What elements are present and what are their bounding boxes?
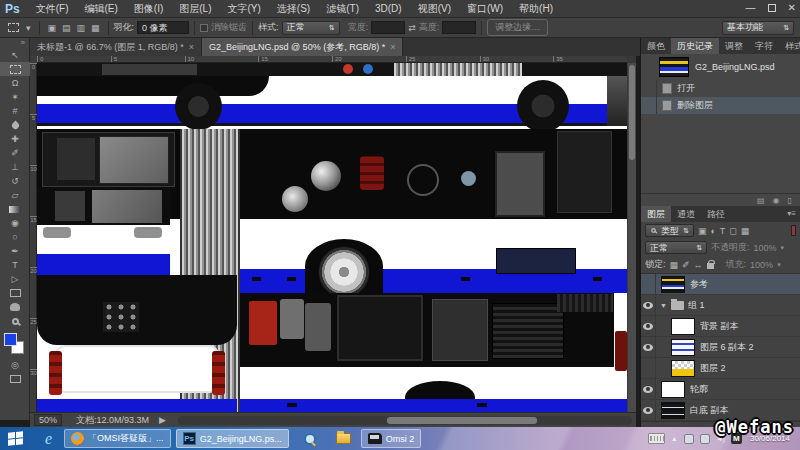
brush-tool[interactable]: ✐	[0, 146, 30, 160]
lock-all-icon[interactable]	[707, 263, 714, 269]
height-input[interactable]	[442, 21, 476, 34]
workspace-dropdown[interactable]: 基本功能 ⇅	[722, 21, 794, 35]
zoom-level-field[interactable]: 50%	[34, 414, 62, 426]
clone-stamp-tool[interactable]: ⊥	[0, 160, 30, 174]
pen-tool[interactable]: ✒	[0, 244, 30, 258]
type-tool[interactable]: T	[0, 258, 30, 272]
quick-mask-button[interactable]: ◎	[0, 358, 30, 372]
opacity-value[interactable]: 100%	[754, 243, 777, 253]
layer-thumbnail[interactable]	[661, 276, 685, 293]
internet-explorer-icon[interactable]: e	[45, 430, 52, 448]
visibility-toggle[interactable]	[641, 295, 656, 315]
visibility-toggle[interactable]	[641, 274, 656, 294]
layer-thumbnail[interactable]	[671, 360, 695, 377]
keyboard-tray-icon[interactable]	[648, 433, 665, 444]
layer-row-layer6-copy2[interactable]: 图层 6 副本 2	[641, 337, 800, 358]
start-button[interactable]	[8, 431, 24, 447]
tray-expand-icon[interactable]: ▲	[671, 435, 678, 442]
history-source-checkbox[interactable]	[641, 80, 657, 97]
tab-history[interactable]: 历史记录	[671, 38, 719, 54]
path-select-tool[interactable]: ▷	[0, 272, 30, 286]
tab-beijinglng[interactable]: G2_BeijingLNG.psd @ 50% (参考, RGB/8) * ×	[202, 38, 403, 56]
menu-select[interactable]: 选择(S)	[269, 0, 318, 18]
intersect-selection-icon[interactable]: ▦	[91, 23, 100, 33]
close-tab-icon[interactable]: ×	[189, 42, 194, 52]
layer-row-layer2[interactable]: 图层 2	[641, 358, 800, 379]
gradient-tool[interactable]	[0, 202, 30, 216]
menu-file[interactable]: 文件(F)	[28, 0, 77, 18]
menu-type[interactable]: 文字(Y)	[220, 0, 269, 18]
new-snapshot-icon[interactable]: ◉	[773, 196, 780, 205]
new-document-from-state-icon[interactable]: ▤	[757, 196, 765, 205]
blur-tool[interactable]: ◉	[0, 216, 30, 230]
delete-state-icon[interactable]: ▯	[788, 196, 792, 205]
preset-dropdown-icon[interactable]: ▾	[26, 23, 31, 33]
hand-tool[interactable]	[0, 300, 30, 314]
layer-thumbnail[interactable]	[661, 381, 685, 398]
menu-help[interactable]: 帮助(H)	[511, 0, 561, 18]
zoom-tool[interactable]	[0, 314, 30, 328]
blend-mode-dropdown[interactable]: 正常 ⇅	[645, 241, 707, 254]
tab-untitled[interactable]: 未标题-1 @ 66.7% (图层 1, RGB/8) * ×	[30, 38, 202, 56]
eyedropper-tool[interactable]	[0, 118, 30, 132]
tray-icon[interactable]	[684, 434, 694, 444]
status-menu-icon[interactable]: ▶	[159, 415, 166, 425]
filter-type-layers-icon[interactable]: T	[720, 226, 726, 236]
antialias-checkbox[interactable]	[200, 24, 208, 32]
history-source-checkbox[interactable]	[641, 97, 657, 114]
panel-menu-icon[interactable]: ▾≡	[787, 206, 800, 222]
filter-pixel-layers-icon[interactable]: ▣	[698, 226, 707, 236]
screen-mode-button[interactable]	[0, 372, 30, 386]
visibility-toggle[interactable]	[641, 358, 656, 378]
layer-row-reference[interactable]: 参考	[641, 274, 800, 295]
marquee-tool[interactable]	[0, 62, 30, 76]
tray-icon[interactable]	[700, 434, 710, 444]
horizontal-scrollbar[interactable]	[178, 416, 632, 425]
magic-wand-tool[interactable]: ✶	[0, 90, 30, 104]
vertical-scrollbar[interactable]	[628, 63, 636, 412]
eraser-tool[interactable]: ▱	[0, 188, 30, 202]
tab-paths[interactable]: 路径	[701, 206, 731, 222]
visibility-toggle[interactable]	[641, 379, 656, 399]
feather-input[interactable]: 0 像素	[137, 21, 189, 34]
layer-thumbnail[interactable]	[671, 339, 695, 356]
close-icon[interactable]: ✕	[788, 2, 796, 14]
minimize-icon[interactable]: —	[746, 2, 756, 14]
menu-layer[interactable]: 图层(L)	[171, 0, 219, 18]
history-snapshot-row[interactable]: G2_BeijingLNG.psd	[641, 54, 800, 80]
lock-position-icon[interactable]: ↔	[694, 260, 703, 270]
document-canvas[interactable]	[37, 63, 627, 412]
lock-transparency-icon[interactable]: ▦	[670, 260, 679, 270]
menu-view[interactable]: 视图(V)	[410, 0, 459, 18]
tab-character[interactable]: 字符	[749, 38, 779, 54]
filter-smart-objects-icon[interactable]: ▦	[741, 226, 750, 236]
search-taskbar-icon[interactable]	[304, 433, 316, 445]
move-tool[interactable]: ↖	[0, 48, 30, 62]
tab-styles[interactable]: 样式	[779, 38, 800, 54]
dodge-tool[interactable]: ○	[0, 230, 30, 244]
foreground-color-swatch[interactable]	[4, 333, 17, 346]
restore-icon[interactable]	[768, 4, 776, 12]
history-state-delete-layer[interactable]: 删除图层	[641, 97, 800, 114]
history-state-open[interactable]: 打开	[641, 80, 800, 97]
history-brush-tool[interactable]: ↺	[0, 174, 30, 188]
menu-window[interactable]: 窗口(W)	[459, 0, 511, 18]
tab-adjustments[interactable]: 调整	[719, 38, 749, 54]
new-selection-icon[interactable]: ▣	[48, 23, 57, 33]
width-input[interactable]	[371, 21, 405, 34]
subtract-selection-icon[interactable]: ▥	[77, 23, 86, 33]
layer-thumbnail[interactable]	[661, 402, 685, 419]
dropdown-arrow-icon[interactable]: ▾	[777, 261, 781, 269]
menu-filter[interactable]: 滤镜(T)	[318, 0, 367, 18]
add-selection-icon[interactable]: ▤	[62, 23, 71, 33]
layer-filtering-toggle[interactable]	[791, 225, 796, 236]
group-expand-icon[interactable]: ▼	[660, 302, 667, 309]
layer-row-group1[interactable]: ▼ 组 1	[641, 295, 800, 316]
tab-color[interactable]: 颜色	[641, 38, 671, 54]
visibility-toggle[interactable]	[641, 400, 656, 420]
filter-type-dropdown[interactable]: 类型 ⇅	[645, 224, 694, 237]
taskbar-firefox-button[interactable]: 「OMSI答疑版」...	[64, 429, 171, 448]
visibility-toggle[interactable]	[641, 316, 656, 336]
visibility-toggle[interactable]	[641, 337, 656, 357]
menu-image[interactable]: 图像(I)	[126, 0, 171, 18]
